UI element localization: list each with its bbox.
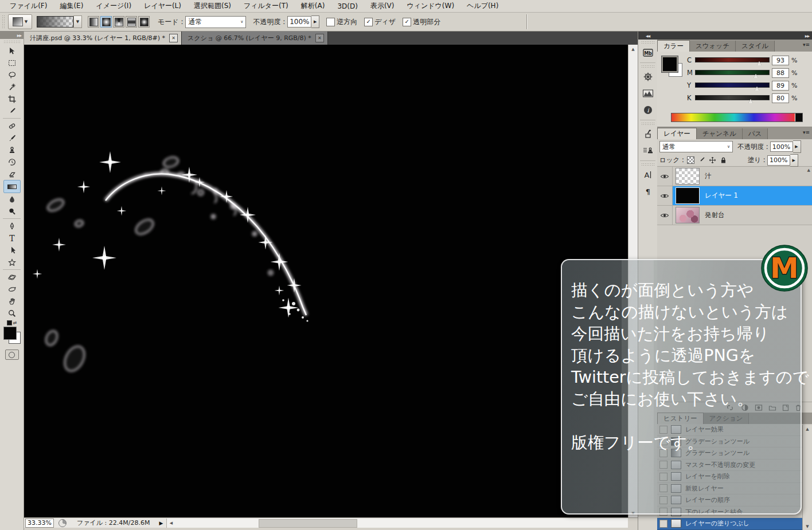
info-panel-button[interactable]: i bbox=[639, 102, 657, 118]
dock-collapse-button[interactable]: ◀◀ bbox=[638, 32, 657, 40]
tab-swatches[interactable]: スウォッチ bbox=[690, 41, 736, 52]
lasso-tool[interactable] bbox=[4, 69, 20, 81]
menu-edit[interactable]: 編集(E) bbox=[53, 1, 89, 11]
move-tool[interactable] bbox=[4, 45, 20, 57]
gradient-picker-arrow[interactable]: ▼ bbox=[73, 15, 82, 28]
3d-orbit-tool[interactable] bbox=[4, 283, 20, 295]
marquee-tool[interactable] bbox=[4, 57, 20, 69]
document-canvas[interactable] bbox=[24, 45, 628, 517]
menu-image[interactable]: イメージ(I) bbox=[89, 1, 138, 11]
zoom-level-field[interactable]: 33.33% bbox=[25, 519, 54, 528]
yellow-slider-thumb[interactable] bbox=[755, 87, 759, 91]
diamond-gradient-button[interactable] bbox=[138, 16, 150, 28]
panel-dock-collapse-button[interactable]: ▶▶ bbox=[657, 32, 812, 40]
black-white-ramp-end[interactable] bbox=[795, 113, 802, 121]
layer-name[interactable]: 発射台 bbox=[705, 211, 725, 219]
close-icon[interactable]: ✕ bbox=[315, 34, 324, 42]
layers-opacity-arrow[interactable]: ▶ bbox=[793, 140, 801, 153]
layer-name[interactable]: 汁 bbox=[705, 172, 712, 180]
layers-fill-arrow[interactable]: ▶ bbox=[790, 154, 798, 167]
dock-grip[interactable] bbox=[641, 41, 654, 44]
scroll-down-icon[interactable]: ▼ bbox=[803, 523, 812, 530]
tab-color[interactable]: カラー bbox=[657, 40, 690, 52]
visibility-toggle[interactable] bbox=[657, 206, 673, 225]
gradient-tool[interactable] bbox=[3, 180, 21, 193]
lock-transparent-pixels-icon[interactable] bbox=[687, 156, 694, 164]
history-source-checkbox[interactable] bbox=[659, 520, 667, 528]
custom-shape-tool[interactable] bbox=[4, 256, 20, 268]
default-colors-icon[interactable]: ⇄ bbox=[0, 320, 24, 325]
horizontal-scroll-thumb[interactable] bbox=[259, 519, 357, 528]
histogram-panel-button[interactable] bbox=[639, 85, 657, 101]
mini-bridge-panel-button[interactable]: Mb bbox=[639, 45, 657, 61]
yellow-slider[interactable] bbox=[695, 81, 768, 89]
visibility-toggle[interactable] bbox=[657, 167, 673, 186]
layer-row-hasshadai[interactable]: 発射台 bbox=[657, 206, 812, 225]
canvas-horizontal-scrollbar[interactable]: ◀ ▶ bbox=[166, 519, 638, 528]
foreground-color-swatch[interactable] bbox=[662, 56, 678, 72]
reverse-checkbox[interactable]: 逆方向 bbox=[326, 17, 357, 27]
black-slider[interactable] bbox=[695, 94, 768, 102]
toolbar-collapse-button[interactable]: ▶▶ bbox=[0, 32, 24, 39]
cyan-slider[interactable] bbox=[695, 56, 768, 64]
color-spectrum-ramp[interactable] bbox=[671, 113, 803, 122]
opacity-field[interactable]: 100% bbox=[287, 16, 311, 28]
crop-tool[interactable] bbox=[4, 93, 20, 105]
zoom-tool[interactable] bbox=[4, 307, 20, 319]
layer-row-layer1[interactable]: レイヤー 1 bbox=[657, 186, 812, 206]
panel-menu-icon[interactable]: ▾≡ bbox=[803, 129, 810, 135]
layer-blend-mode-select[interactable]: 通常 ∨ bbox=[659, 141, 733, 152]
foreground-color-swatch[interactable] bbox=[3, 327, 17, 340]
navigator-panel-button[interactable] bbox=[639, 69, 657, 85]
document-tab-inactive[interactable]: スクショ @ 66.7% (レイヤー 9, RGB/8) * ✕ bbox=[182, 32, 328, 45]
brush-tool[interactable] bbox=[4, 132, 20, 144]
magic-wand-tool[interactable] bbox=[4, 81, 20, 93]
black-slider-thumb[interactable] bbox=[748, 99, 753, 103]
menu-3d[interactable]: 3D(D) bbox=[331, 2, 364, 10]
magenta-slider-thumb[interactable] bbox=[754, 74, 758, 78]
cyan-slider-thumb[interactable] bbox=[757, 61, 762, 65]
eraser-tool[interactable] bbox=[4, 168, 20, 180]
tab-layers[interactable]: レイヤー bbox=[657, 128, 697, 139]
close-icon[interactable]: ✕ bbox=[169, 34, 178, 42]
history-item-selected[interactable]: レイヤーの塗りつぶし bbox=[657, 518, 812, 530]
magenta-slider[interactable] bbox=[695, 69, 768, 77]
tool-presets-panel-button[interactable] bbox=[639, 126, 657, 142]
document-tab-active[interactable]: 汁講座.psd @ 33.3% (レイヤー 1, RGB/8#) * ✕ bbox=[24, 32, 182, 45]
lock-all-icon[interactable] bbox=[720, 156, 727, 164]
lock-image-pixels-icon[interactable] bbox=[698, 156, 705, 164]
layer-thumbnail[interactable] bbox=[676, 168, 700, 184]
black-value-field[interactable]: 80 bbox=[772, 93, 789, 103]
character-panel-button[interactable]: A bbox=[639, 167, 657, 183]
pen-tool[interactable] bbox=[4, 220, 20, 232]
panel-menu-icon[interactable]: ▾≡ bbox=[803, 42, 810, 48]
options-grip[interactable] bbox=[2, 15, 6, 29]
blend-mode-select[interactable]: 通常 ∨ bbox=[185, 16, 246, 28]
lock-position-icon[interactable] bbox=[709, 156, 716, 164]
scroll-up-icon[interactable]: ▲ bbox=[628, 45, 638, 53]
path-selection-tool[interactable] bbox=[4, 244, 20, 256]
history-brush-tool[interactable] bbox=[4, 156, 20, 168]
menu-help[interactable]: ヘルプ(H) bbox=[460, 1, 505, 11]
reflected-gradient-button[interactable] bbox=[126, 16, 137, 28]
layers-opacity-field[interactable]: 100% bbox=[770, 142, 793, 152]
opacity-slider-arrow[interactable]: ▶ bbox=[311, 15, 319, 28]
dodge-tool[interactable] bbox=[4, 205, 20, 217]
type-tool[interactable]: T bbox=[4, 232, 20, 244]
magenta-value-field[interactable]: 88 bbox=[772, 68, 789, 78]
layer-name[interactable]: レイヤー 1 bbox=[705, 191, 738, 200]
radial-gradient-button[interactable] bbox=[100, 16, 112, 28]
linear-gradient-button[interactable] bbox=[88, 16, 99, 28]
dither-checkbox[interactable]: ✓ ディザ bbox=[364, 17, 396, 27]
tab-channels[interactable]: チャンネル bbox=[697, 128, 743, 139]
healing-brush-tool[interactable] bbox=[4, 120, 20, 132]
paragraph-panel-button[interactable]: ¶ bbox=[639, 183, 657, 199]
quick-mask-button[interactable] bbox=[5, 350, 19, 360]
clone-stamp-tool[interactable] bbox=[4, 144, 20, 156]
visibility-toggle[interactable] bbox=[657, 186, 673, 205]
blur-tool[interactable] bbox=[4, 193, 20, 205]
scroll-up-icon[interactable]: ▲ bbox=[807, 168, 810, 172]
toolbar-grip[interactable] bbox=[3, 40, 20, 44]
status-options-arrow[interactable]: ▶ bbox=[159, 520, 163, 526]
gradient-tool-preset-button[interactable]: ▼ bbox=[8, 14, 32, 29]
